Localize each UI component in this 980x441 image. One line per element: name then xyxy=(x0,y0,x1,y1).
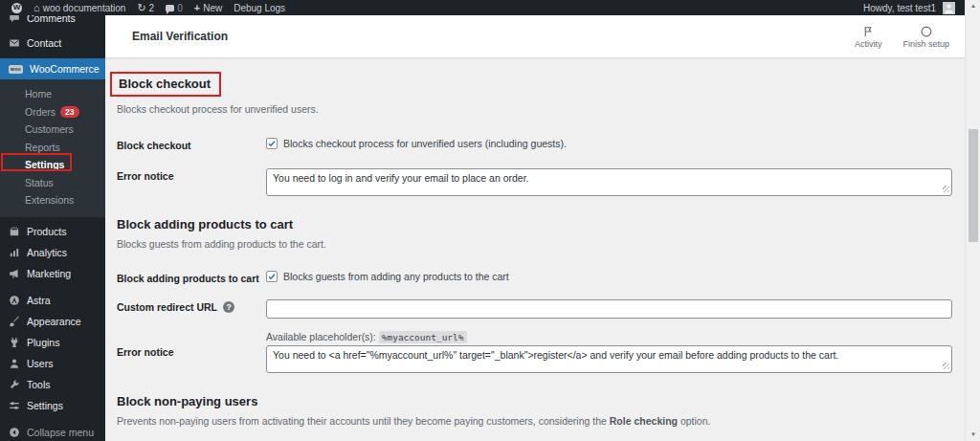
sidebar-item-products[interactable]: Products xyxy=(0,221,105,242)
sidebar-item-appearance[interactable]: Appearance xyxy=(0,311,105,332)
custom-redirect-url-input[interactable] xyxy=(266,299,952,319)
custom-redirect-row: Custom redirect URL ? xyxy=(117,299,952,319)
wordpress-logo-icon: W xyxy=(11,3,22,13)
submenu-item-home[interactable]: Home xyxy=(0,85,105,103)
debug-logs-label: Debug Logs xyxy=(234,3,285,13)
checkmark-icon xyxy=(267,272,277,281)
field-label: Custom redirect URL xyxy=(117,301,217,313)
woocommerce-icon: woo xyxy=(9,65,23,74)
sidebar-lower-menu: Products Analytics Marketing Astra Appea… xyxy=(0,217,105,441)
new-label: New xyxy=(203,3,222,13)
resize-grip-icon[interactable] xyxy=(943,363,949,369)
vertical-scrollbar[interactable]: ▲ ▼ xyxy=(965,0,980,441)
help-icon[interactable]: ? xyxy=(223,301,234,313)
wordpress-menu-item[interactable]: W xyxy=(6,0,28,15)
collapse-icon xyxy=(9,427,20,438)
checkout-error-notice-textarea[interactable]: You need to log in and verify your email… xyxy=(266,168,952,196)
submenu-item-orders[interactable]: Orders 23 xyxy=(0,103,105,121)
section-heading-block-nonpaying: Block non-paying users xyxy=(117,394,952,408)
error-notice-row: Error notice You need to log in and veri… xyxy=(117,168,952,196)
comment-bubble-icon xyxy=(9,15,20,24)
sidebar-item-label: Comments xyxy=(27,15,76,24)
sidebar-item-label: Appearance xyxy=(27,316,81,327)
submenu-item-reports[interactable]: Reports xyxy=(0,139,105,157)
progress-circle-icon xyxy=(920,25,933,38)
submenu-item-customers[interactable]: Customers xyxy=(0,121,105,139)
sidebar-item-label: Settings xyxy=(27,400,63,411)
block-cart-row: Block adding products to cart Blocks gue… xyxy=(117,271,952,284)
sidebar-item-contact[interactable]: Contact xyxy=(0,33,105,52)
howdy-label: Howdy, test test1 xyxy=(863,3,936,13)
submenu-label: Extensions xyxy=(25,194,74,206)
submenu-item-extensions[interactable]: Extensions xyxy=(0,191,105,209)
flag-icon xyxy=(861,25,875,38)
updates-count: 2 xyxy=(149,3,155,13)
scrollbar-thumb[interactable] xyxy=(969,129,978,242)
sidebar-item-label: WooCommerce xyxy=(30,63,100,75)
sidebar-item-plugins[interactable]: Plugins xyxy=(0,332,105,353)
checkbox-description: Blocks guests from adding any products t… xyxy=(283,271,509,282)
debug-logs-item[interactable]: Debug Logs xyxy=(228,0,291,15)
sidebar-item-label: Plugins xyxy=(27,337,59,348)
page-title: Email Verification xyxy=(132,30,228,43)
sidebar-item-astra[interactable]: Astra xyxy=(0,290,105,311)
comments-count: 0 xyxy=(177,3,183,13)
site-name-item[interactable]: ⌂ woo documentation xyxy=(28,0,131,15)
wrench-icon xyxy=(9,379,20,390)
settings-content: Block checkout Blocks checkout process f… xyxy=(105,57,965,441)
sidebar-item-woocommerce[interactable]: woo WooCommerce xyxy=(0,58,105,79)
submenu-label: Orders xyxy=(25,106,56,118)
user-icon xyxy=(9,358,20,369)
sidebar-item-label: Contact xyxy=(27,37,61,49)
updates-item[interactable]: ↻ 2 xyxy=(131,0,160,15)
resize-grip-icon[interactable] xyxy=(943,186,949,192)
analytics-icon xyxy=(9,247,20,258)
scroll-up-icon[interactable]: ▲ xyxy=(966,1,980,11)
checkmark-icon xyxy=(267,139,277,148)
sidebar-item-comments[interactable]: Comments xyxy=(0,15,105,27)
avatar xyxy=(943,2,955,14)
header-actions: Activity Finish setup xyxy=(855,25,949,49)
cart-error-notice-row: Error notice Available placeholder(s): %… xyxy=(117,331,952,373)
submenu-label: Reports xyxy=(25,142,60,153)
submenu-item-status[interactable]: Status xyxy=(0,174,105,192)
sidebar-item-label: Collapse menu xyxy=(27,427,94,438)
orders-count-badge: 23 xyxy=(60,106,78,119)
plugin-icon xyxy=(9,337,20,348)
submenu-label: Settings xyxy=(25,159,64,170)
field-label: Error notice xyxy=(117,168,266,182)
sidebar-item-tools[interactable]: Tools xyxy=(0,374,105,395)
page-header: Email Verification Activity Finish setup xyxy=(105,15,965,57)
scroll-down-icon[interactable]: ▼ xyxy=(966,430,980,439)
comments-item[interactable]: 0 xyxy=(160,0,189,15)
placeholder-note: Available placeholder(s): %myaccount_url… xyxy=(266,331,952,342)
new-content-item[interactable]: + New xyxy=(189,0,228,15)
comments-icon xyxy=(166,5,174,11)
sidebar-item-users[interactable]: Users xyxy=(0,353,105,374)
envelope-icon xyxy=(9,37,20,49)
sidebar-item-label: Marketing xyxy=(27,268,71,279)
block-checkout-annotation-box: Block checkout xyxy=(110,72,221,97)
cart-error-notice-textarea[interactable]: You need to <a href="%myaccount_url%" ta… xyxy=(266,345,952,373)
finish-setup-button[interactable]: Finish setup xyxy=(902,25,949,49)
sidebar-item-label: Tools xyxy=(27,379,51,390)
block-cart-checkbox[interactable] xyxy=(266,271,278,282)
plus-icon: + xyxy=(194,3,200,13)
sidebar-item-marketing[interactable]: Marketing xyxy=(0,263,105,284)
finish-setup-label: Finish setup xyxy=(902,39,949,49)
block-checkout-row: Block checkout Blocks checkout process f… xyxy=(117,138,952,151)
section-description: Blocks guests from adding products to th… xyxy=(117,238,952,250)
sidebar-item-settings-general[interactable]: Settings xyxy=(0,395,105,416)
submenu-label: Status xyxy=(25,177,54,188)
section-description: Blocks checkout process for unverified u… xyxy=(117,103,952,115)
submenu-item-settings[interactable]: Settings xyxy=(0,156,105,174)
my-account-item[interactable]: Howdy, test test1 xyxy=(858,0,961,15)
activity-button[interactable]: Activity xyxy=(855,25,882,49)
sidebar-item-label: Products xyxy=(27,226,66,237)
block-checkout-checkbox[interactable] xyxy=(266,138,278,149)
sidebar-item-analytics[interactable]: Analytics xyxy=(0,242,105,263)
placeholder-code: %myaccount_url% xyxy=(379,331,467,343)
section-heading-block-checkout: Block checkout xyxy=(119,77,211,91)
woocommerce-submenu: Home Orders 23 Customers Reports Setting… xyxy=(0,79,105,217)
sidebar-item-collapse-menu[interactable]: Collapse menu xyxy=(0,422,105,441)
